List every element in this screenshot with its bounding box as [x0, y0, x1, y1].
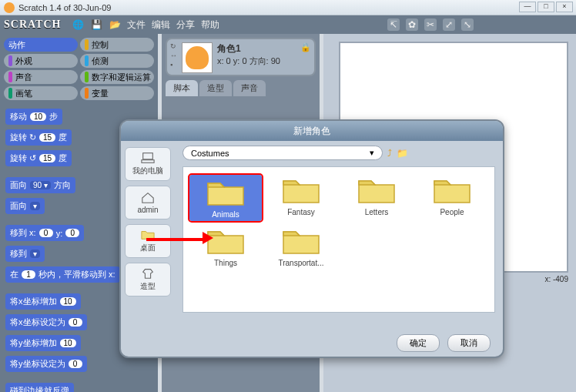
category-variables[interactable]: 变量 — [80, 86, 154, 100]
sprite-name-field[interactable]: 角色1 — [217, 42, 296, 55]
open-icon[interactable]: 📂 — [109, 18, 121, 31]
annotation-arrow — [146, 230, 213, 244]
dialog-title: 新增角色 — [121, 121, 503, 141]
scratch-app-icon — [4, 2, 15, 13]
costume-icon — [141, 267, 155, 280]
block-point-towards[interactable]: 面向 ▾ — [5, 198, 45, 214]
category-sound[interactable]: 声音 — [4, 70, 78, 84]
dropdown-arrow-icon: ▾ — [370, 148, 374, 158]
block-change-y[interactable]: 将y坐标增加10 — [5, 335, 81, 351]
folder-fantasy[interactable]: Fantasy — [265, 175, 337, 221]
category-looks[interactable]: 外观 — [4, 54, 78, 68]
folder-icon — [356, 175, 397, 206]
block-glide[interactable]: 在1秒内，平滑移动到 x: — [5, 266, 120, 283]
main-toolbar: SCRATCH 🌐 💾 📂 文件 编辑 分享 帮助 ↸ ✿ ✂ ⤢ ⤡ — [0, 15, 576, 34]
dialog-main: Costumes ▾ ⤴ 📁 Animals Fantasy Letters — [175, 141, 503, 329]
block-goto[interactable]: 移到 ▾ — [5, 246, 45, 262]
grow-tool-icon[interactable]: ⤢ — [443, 18, 455, 31]
up-folder-icon[interactable]: ⤴ — [387, 148, 392, 159]
ok-button[interactable]: 确定 — [397, 334, 440, 352]
category-motion[interactable]: 动作 — [4, 38, 78, 52]
new-folder-icon[interactable]: 📁 — [397, 148, 408, 159]
cancel-button[interactable]: 取消 — [447, 334, 491, 352]
close-button[interactable]: × — [556, 2, 573, 12]
folder-icon — [280, 226, 322, 256]
block-goto-xy[interactable]: 移到 x:0y:0 — [5, 225, 84, 241]
window-titlebar: Scratch 1.4 of 30-Jun-09 — □ × — [0, 0, 576, 15]
tab-costumes[interactable]: 造型 — [199, 80, 232, 96]
window-title: Scratch 1.4 of 30-Jun-09 — [18, 3, 111, 12]
menu-help[interactable]: 帮助 — [201, 18, 219, 32]
block-bounce[interactable]: 碰到边缘就反弹 — [5, 383, 74, 392]
lock-icon[interactable]: 🔒 — [300, 42, 311, 72]
category-operators[interactable]: 数字和逻辑运算 — [80, 70, 154, 84]
scissors-tool-icon[interactable]: ✂ — [424, 18, 437, 31]
tab-scripts[interactable]: 脚本 — [166, 80, 198, 96]
menu-file[interactable]: 文件 — [127, 18, 146, 32]
maximize-button[interactable]: □ — [537, 2, 554, 12]
block-set-y[interactable]: 将y坐标设定为0 — [5, 356, 87, 372]
folder-icon — [205, 177, 246, 208]
category-control[interactable]: 控制 — [80, 38, 154, 52]
rotation-full-icon[interactable]: ↻ — [170, 42, 177, 50]
folder-browser: Animals Fantasy Letters People Things — [183, 166, 495, 313]
block-point-direction[interactable]: 面向90 ▾方向 — [5, 177, 75, 193]
sprite-header: ↻ ↔ ▪ 角色1 x: 0 y: 0 方向: 90 🔒 — [166, 38, 316, 76]
path-dropdown[interactable]: Costumes ▾ — [183, 146, 383, 160]
language-icon[interactable]: 🌐 — [72, 18, 84, 31]
sidebar-costumes[interactable]: 造型 — [125, 263, 171, 297]
cat-sprite-icon — [186, 46, 209, 69]
block-turn-ccw[interactable]: 旋转 ↺15度 — [5, 150, 72, 166]
folder-icon — [431, 175, 473, 206]
save-icon[interactable]: 💾 — [90, 18, 102, 31]
folder-animals[interactable]: Animals — [189, 175, 262, 221]
svg-rect-1 — [142, 160, 154, 163]
folder-transportation[interactable]: Transportat... — [265, 226, 337, 267]
block-set-x[interactable]: 将x坐标设定为0 — [5, 314, 87, 330]
pointer-tool-icon[interactable]: ↸ — [387, 18, 400, 31]
folder-letters[interactable]: Letters — [340, 175, 413, 221]
shrink-tool-icon[interactable]: ⤡ — [461, 18, 474, 31]
stamp-tool-icon[interactable]: ✿ — [406, 18, 418, 31]
scratch-logo: SCRATCH — [4, 18, 61, 31]
svg-rect-0 — [143, 153, 153, 159]
rotation-none-icon[interactable]: ▪ — [170, 61, 177, 69]
folder-people[interactable]: People — [416, 175, 488, 221]
sidebar-admin[interactable]: admin — [125, 186, 171, 219]
block-change-x[interactable]: 将x坐标增加10 — [5, 293, 81, 310]
rotation-lr-icon[interactable]: ↔ — [170, 52, 177, 59]
menu-share[interactable]: 分享 — [176, 18, 195, 32]
folder-icon — [280, 175, 322, 206]
block-move-steps[interactable]: 移动10步 — [5, 109, 62, 125]
sidebar-computer[interactable]: 我的电脑 — [125, 147, 171, 181]
block-turn-cw[interactable]: 旋转 ↻15度 — [5, 129, 72, 146]
sprite-coords-readout: x: 0 y: 0 方向: 90 — [217, 55, 296, 67]
category-pen[interactable]: 画笔 — [4, 86, 78, 100]
menu-edit[interactable]: 编辑 — [152, 18, 170, 32]
home-icon — [141, 192, 155, 204]
tab-sounds[interactable]: 声音 — [233, 80, 266, 96]
category-sensing[interactable]: 侦测 — [80, 54, 154, 68]
computer-icon — [141, 152, 155, 164]
minimize-button[interactable]: — — [519, 2, 536, 12]
sprite-thumbnail[interactable] — [182, 42, 213, 73]
